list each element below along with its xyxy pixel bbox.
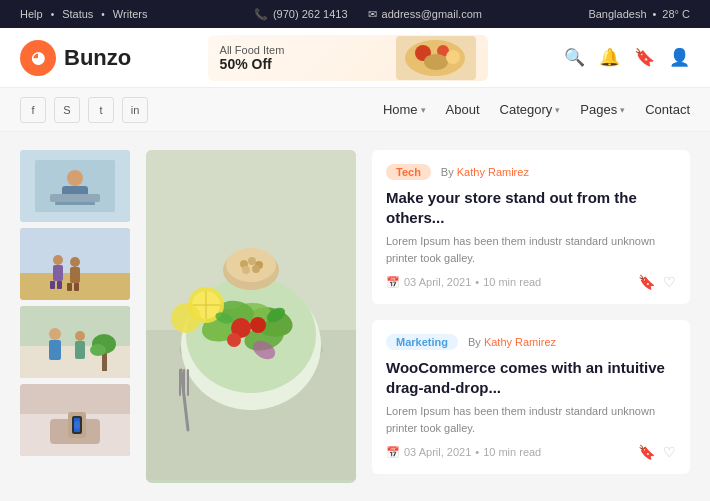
thumbnails: [20, 150, 130, 483]
nav-about[interactable]: About: [446, 102, 480, 117]
promo-banner: All Food Item 50% Off: [208, 35, 488, 81]
nav-pages[interactable]: Pages ▾: [580, 102, 625, 117]
banner-line1: All Food Item: [220, 44, 386, 56]
svg-point-3: [424, 54, 448, 70]
bookmark-icon[interactable]: 🔖: [634, 47, 655, 68]
svg-point-25: [49, 328, 61, 340]
top-bar-left: Help • Status • Writers: [20, 8, 147, 20]
logo-icon: ◕: [20, 40, 56, 76]
svg-point-50: [250, 317, 266, 333]
banner-line2: 50% Off: [220, 56, 386, 72]
thumbnail-1: [20, 150, 130, 222]
calendar-icon: 📅: [386, 276, 400, 289]
banner-text: All Food Item 50% Off: [220, 44, 386, 72]
nav-bar: f S t in Home ▾ About Category ▾ Pages ▾…: [0, 88, 710, 132]
article-2-actions: 🔖 ♡: [638, 444, 676, 460]
email-item: ✉ address@gmail.com: [368, 8, 482, 21]
status-link[interactable]: Status: [62, 8, 93, 20]
linkedin-icon[interactable]: in: [122, 97, 148, 123]
header: ◕ Bunzo All Food Item 50% Off 🔍 🔔 🔖 👤: [0, 28, 710, 88]
article-1-author: By Kathy Ramirez: [441, 166, 529, 178]
bookmark-action-1[interactable]: 🔖: [638, 274, 655, 290]
like-action-2[interactable]: ♡: [663, 444, 676, 460]
svg-point-56: [248, 257, 256, 265]
user-icon[interactable]: 👤: [669, 47, 690, 68]
svg-point-14: [53, 255, 63, 265]
svg-point-31: [90, 344, 106, 356]
article-1-excerpt: Lorem Ipsum has been them industr standa…: [386, 233, 676, 266]
svg-rect-19: [70, 267, 80, 283]
top-bar: Help • Status • Writers 📞 (970) 262 1413…: [0, 0, 710, 28]
logo[interactable]: ◕ Bunzo: [20, 40, 131, 76]
article-1-actions: 🔖 ♡: [638, 274, 676, 290]
logo-text: Bunzo: [64, 45, 131, 71]
article-2-title: WooCommerce comes with an intuitive drag…: [386, 358, 676, 397]
phone-item: 📞 (970) 262 1413: [254, 8, 348, 21]
thumbnail-2: [20, 228, 130, 300]
article-2-meta: 📅 03 April, 2021 • 10 min read 🔖 ♡: [386, 444, 676, 460]
article-2-tags: Marketing By Kathy Ramirez: [386, 334, 676, 350]
article-2: Marketing By Kathy Ramirez WooCommerce c…: [372, 320, 690, 474]
temperature-text: 28° C: [662, 8, 690, 20]
help-link[interactable]: Help: [20, 8, 43, 20]
nav-home[interactable]: Home ▾: [383, 102, 426, 117]
nav-contact[interactable]: Contact: [645, 102, 690, 117]
article-1-title: Make your store stand out from the other…: [386, 188, 676, 227]
main-content: Tech By Kathy Ramirez Make your store st…: [0, 132, 710, 501]
dot2: •: [101, 9, 105, 20]
article-1-date-text: 03 April, 2021: [404, 276, 471, 288]
article-2-date-text: 03 April, 2021: [404, 446, 471, 458]
svg-point-27: [75, 331, 85, 341]
notification-icon[interactable]: 🔔: [599, 47, 620, 68]
svg-rect-9: [50, 194, 100, 202]
article-1-tags: Tech By Kathy Ramirez: [386, 164, 676, 180]
dot1: •: [51, 9, 55, 20]
featured-image: [146, 150, 356, 483]
svg-rect-10: [55, 202, 95, 205]
svg-point-54: [226, 248, 276, 282]
twitter-icon[interactable]: t: [88, 97, 114, 123]
thumbnail-4: [20, 384, 130, 456]
banner-image: [396, 36, 476, 80]
svg-point-18: [70, 257, 80, 267]
email-icon: ✉: [368, 8, 377, 21]
svg-rect-15: [53, 265, 63, 281]
svg-point-51: [227, 333, 241, 347]
svg-point-38: [74, 421, 80, 429]
svg-point-59: [252, 265, 260, 273]
articles-list: Tech By Kathy Ramirez Make your store st…: [372, 150, 690, 483]
svg-rect-21: [74, 283, 79, 291]
weather-dot: •: [653, 8, 657, 20]
phone-icon: 📞: [254, 8, 268, 21]
search-icon[interactable]: 🔍: [564, 47, 585, 68]
svg-rect-26: [49, 340, 61, 360]
nav-category[interactable]: Category ▾: [500, 102, 561, 117]
article-2-readtime: 10 min read: [483, 446, 541, 458]
nav-links: Home ▾ About Category ▾ Pages ▾ Contact: [383, 102, 690, 117]
top-bar-center: 📞 (970) 262 1413 ✉ address@gmail.com: [254, 8, 482, 21]
skype-icon[interactable]: S: [54, 97, 80, 123]
svg-rect-17: [57, 281, 62, 289]
svg-point-7: [67, 170, 83, 186]
article-1-meta: 📅 03 April, 2021 • 10 min read 🔖 ♡: [386, 274, 676, 290]
article-2-date: 📅 03 April, 2021 • 10 min read: [386, 446, 541, 459]
svg-rect-28: [75, 341, 85, 359]
writers-link[interactable]: Writers: [113, 8, 148, 20]
location-text: Bangladesh: [588, 8, 646, 20]
thumbnail-3: [20, 306, 130, 378]
bookmark-action-2[interactable]: 🔖: [638, 444, 655, 460]
article-1-date: 📅 03 April, 2021 • 10 min read: [386, 276, 541, 289]
svg-point-64: [171, 303, 201, 333]
article-2-author: By Kathy Ramirez: [468, 336, 556, 348]
article-2-excerpt: Lorem Ipsum has been them industr standa…: [386, 403, 676, 436]
calendar-icon-2: 📅: [386, 446, 400, 459]
facebook-icon[interactable]: f: [20, 97, 46, 123]
email-address: address@gmail.com: [382, 8, 482, 20]
article-2-tag[interactable]: Marketing: [386, 334, 458, 350]
social-icons: f S t in: [20, 97, 148, 123]
like-action-1[interactable]: ♡: [663, 274, 676, 290]
article-1-tag[interactable]: Tech: [386, 164, 431, 180]
svg-point-58: [242, 266, 250, 274]
article-1: Tech By Kathy Ramirez Make your store st…: [372, 150, 690, 304]
svg-rect-20: [67, 283, 72, 291]
